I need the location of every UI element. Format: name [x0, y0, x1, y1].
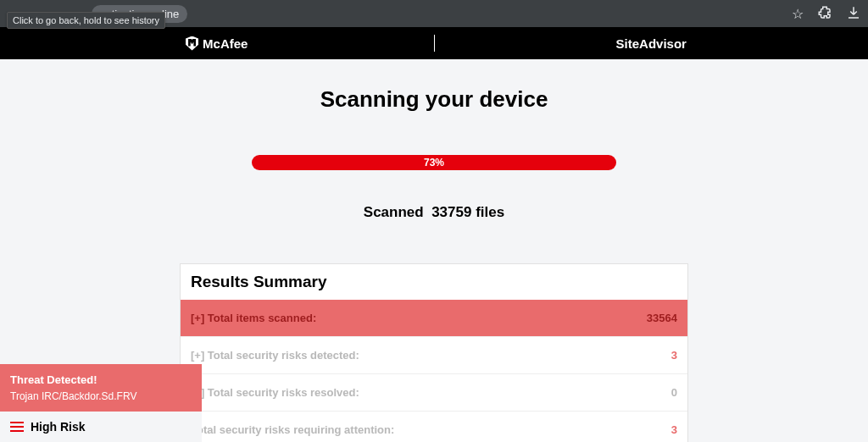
downloads-icon[interactable]	[846, 5, 861, 23]
threat-sidebar: Threat Detected! Trojan IRC/Backdor.Sd.F…	[0, 364, 202, 442]
scanned-prefix: Scanned	[364, 204, 424, 220]
progress-wrap: 73%	[0, 155, 868, 170]
risk-bars-icon	[10, 422, 24, 432]
threat-alert-body: High Risk Origin Not available Activity …	[0, 412, 202, 442]
result-row-attention[interactable]: Total security risks requiring attention…	[181, 411, 687, 442]
result-label: [+] Total security risks resolved:	[191, 386, 671, 399]
results-panel: Results Summary [+] Total items scanned:…	[180, 263, 688, 442]
brand-mcafee: McAfee	[0, 36, 434, 51]
risk-level-line: High Risk	[10, 420, 192, 434]
results-header: Results Summary	[181, 264, 687, 300]
result-label: Total security risks requiring attention…	[191, 423, 671, 436]
mcafee-text: McAfee	[203, 36, 248, 51]
main-content: Scanning your device 73% Scanned 33759 f…	[0, 86, 868, 442]
threat-alert-header: Threat Detected! Trojan IRC/Backdor.Sd.F…	[0, 364, 202, 412]
result-label: [+] Total items scanned:	[191, 312, 647, 324]
result-value: 0	[671, 386, 677, 399]
extensions-icon[interactable]	[817, 5, 832, 23]
threat-title: Threat Detected!	[10, 373, 192, 388]
result-row-scanned[interactable]: [+] Total items scanned: 33564	[181, 300, 687, 336]
result-value: 3	[671, 349, 677, 362]
bookmark-star-icon[interactable]: ☆	[792, 6, 804, 22]
siteadvisor-text: SiteAdvisor	[616, 36, 687, 51]
result-row-detected[interactable]: [+] Total security risks detected: 3	[181, 336, 687, 373]
risk-label: High Risk	[31, 420, 86, 434]
mcafee-shield-icon	[186, 36, 198, 51]
result-value: 3	[671, 423, 677, 436]
scanned-count: 33759 files	[431, 204, 504, 220]
browser-chrome-bar: Click to go back, hold to see history ac…	[0, 0, 868, 27]
progress-bar: 73%	[252, 155, 616, 170]
result-label: [+] Total security risks detected:	[191, 349, 671, 362]
threat-detail: Trojan IRC/Backdor.Sd.FRV	[10, 390, 136, 402]
brand-siteadvisor: SiteAdvisor	[435, 36, 869, 51]
result-row-resolved[interactable]: [+] Total security risks resolved: 0	[181, 373, 687, 411]
scanned-count-line: Scanned 33759 files	[0, 204, 868, 221]
result-value: 33564	[647, 312, 677, 324]
brand-bar: McAfee SiteAdvisor	[0, 27, 868, 59]
scan-title: Scanning your device	[0, 86, 868, 113]
back-tooltip: Click to go back, hold to see history	[7, 12, 165, 29]
